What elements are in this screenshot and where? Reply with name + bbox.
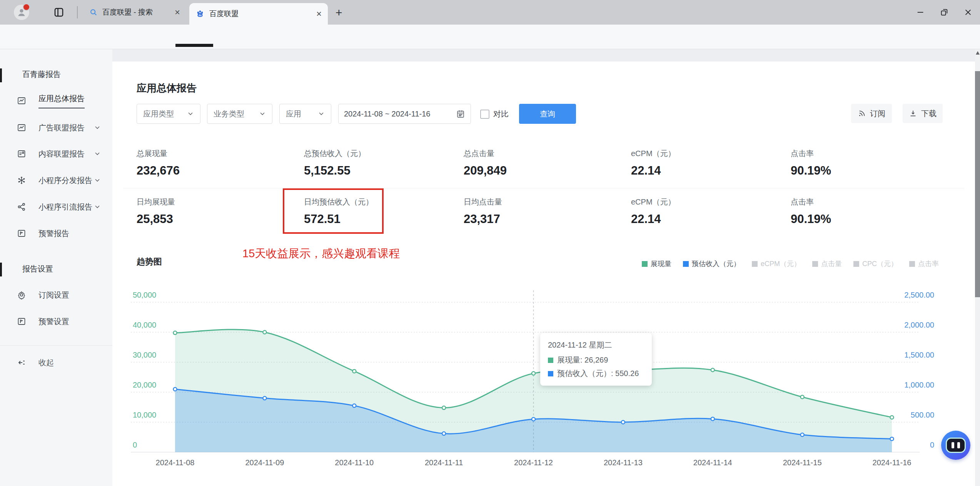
section-marker [0,68,2,82]
share-icon [17,202,26,211]
date-range-value: 2024-11-08 ~ 2024-11-16 [344,110,430,118]
sidebar-divider [0,345,112,346]
date-range-picker[interactable]: 2024-11-08 ~ 2024-11-16 [338,104,471,124]
stat-label: 日均点击量 [464,197,502,207]
tooltip-row-text: 预估收入（元）: 550.26 [557,368,639,379]
query-button[interactable]: 查询 [519,104,576,124]
baidu-favicon: du [195,9,205,18]
data-point[interactable] [352,369,356,373]
data-point[interactable] [442,406,446,409]
stat-value: 22.14 [631,212,661,226]
data-point[interactable] [801,433,804,436]
tab-close-icon[interactable]: × [316,9,322,18]
workspaces-icon[interactable] [53,7,65,18]
sidebar-item[interactable]: 小程序引流报告 [0,198,112,215]
sidebar-section-title: 报告设置 [22,264,53,274]
stat-label: 点击率 [791,197,814,207]
y-right-tick: 2,500.00 [904,291,934,299]
sidebar-item[interactable]: 预警设置 [0,313,112,330]
data-point[interactable] [711,368,715,372]
window-controls [908,0,980,25]
assistant-robot-button[interactable] [941,431,970,460]
stat-value: 232,676 [137,164,180,178]
sidebar-item[interactable]: 小程序分发报告 [0,172,112,189]
sidebar-item-label: 小程序分发报告 [38,175,92,186]
legend-swatch [812,261,818,267]
stats-separator [123,188,964,188]
legend-swatch [752,261,758,267]
browser-tab-search[interactable]: 百度联盟 - 搜索 × [83,3,186,22]
data-point[interactable] [442,432,446,435]
subscribe-button[interactable]: 订阅 [851,104,892,123]
data-point[interactable] [352,404,356,408]
profile-avatar[interactable] [14,5,29,20]
sidebar-item-label: 预警设置 [38,316,69,327]
legend-swatch [853,261,859,267]
new-tab-button[interactable]: + [336,6,342,19]
legend-label: 预估收入（元） [692,259,740,268]
legend-item[interactable]: 预估收入（元） [683,259,740,268]
legend-item[interactable]: eCPM（元） [752,259,801,268]
titlebar-divider [77,6,78,18]
legend-item[interactable]: 点击量 [812,259,842,268]
data-point[interactable] [174,331,177,335]
chart-legend: 展现量预估收入（元）eCPM（元）点击量CPC（元）点击率 [642,259,939,268]
data-point[interactable] [711,417,715,421]
tooltip-swatch [548,371,553,376]
sidebar-item[interactable]: 订阅设置 [0,286,112,303]
tooltip-date: 2024-11-12 星期二 [548,340,644,350]
tab-close-icon[interactable]: × [175,8,180,17]
compare-option[interactable]: 对比 [480,109,509,119]
close-button[interactable] [956,0,980,25]
sidebar-item[interactable]: 内容联盟报告 [0,145,112,162]
data-point[interactable] [263,396,266,400]
sidebar-item[interactable]: 应用总体报告 [0,92,112,109]
legend-item[interactable]: 展现量 [642,259,671,268]
sidebar-item[interactable]: 广告联盟报告 [0,119,112,136]
scrollbar-up-arrow[interactable] [976,51,980,55]
data-point[interactable] [890,437,894,441]
progress-bar [175,44,213,47]
calendar-icon [456,109,465,118]
stat-label: eCPM（元） [631,148,676,159]
data-point[interactable] [532,372,535,375]
legend-swatch [642,261,648,267]
sidebar-item-label: 预警报告 [38,228,69,239]
y-left-tick: 0 [133,441,137,449]
legend-item[interactable]: CPC（元） [853,259,898,268]
minimize-button[interactable] [908,0,932,25]
data-point[interactable] [890,416,894,419]
stat-value: 209,849 [464,164,507,178]
compare-checkbox[interactable] [480,110,489,119]
browser-tab-active[interactable]: du 百度联盟 × [189,3,328,25]
download-button[interactable]: 下载 [903,104,943,123]
flag-icon [17,317,26,326]
collapse-icon [17,358,26,367]
x-axis-label: 2024-11-16 [873,458,912,467]
sidebar-collapse[interactable]: 收起 [0,354,112,371]
filter-select[interactable]: 应用类型 [137,104,200,124]
sidebar-section-title: 百青藤报告 [22,69,61,80]
report-icon [17,123,26,132]
data-point[interactable] [174,388,177,391]
filter-select[interactable]: 应用 [279,104,331,124]
legend-label: CPC（元） [862,259,898,268]
legend-item[interactable]: 点击率 [909,259,939,268]
data-point[interactable] [263,331,266,334]
data-point[interactable] [801,395,804,399]
restore-button[interactable] [932,0,956,25]
legend-swatch [683,261,689,267]
data-point[interactable] [532,418,535,421]
filter-select[interactable]: 业务类型 [207,104,272,124]
chevron-down-icon [187,110,194,117]
data-point[interactable] [621,421,625,424]
chevron-down-icon [259,110,266,117]
download-label: 下载 [921,108,937,119]
tab-title: 百度联盟 [209,9,312,19]
stat-value: 90.19% [791,212,831,226]
gear-icon [17,290,26,300]
y-right-tick: 500.00 [911,411,934,419]
scrollbar-thumb[interactable] [975,71,980,297]
trend-chart[interactable]: 0010,000500.0020,0001,000.0030,0001,500.… [115,285,962,469]
sidebar-item[interactable]: 预警报告 [0,225,112,242]
